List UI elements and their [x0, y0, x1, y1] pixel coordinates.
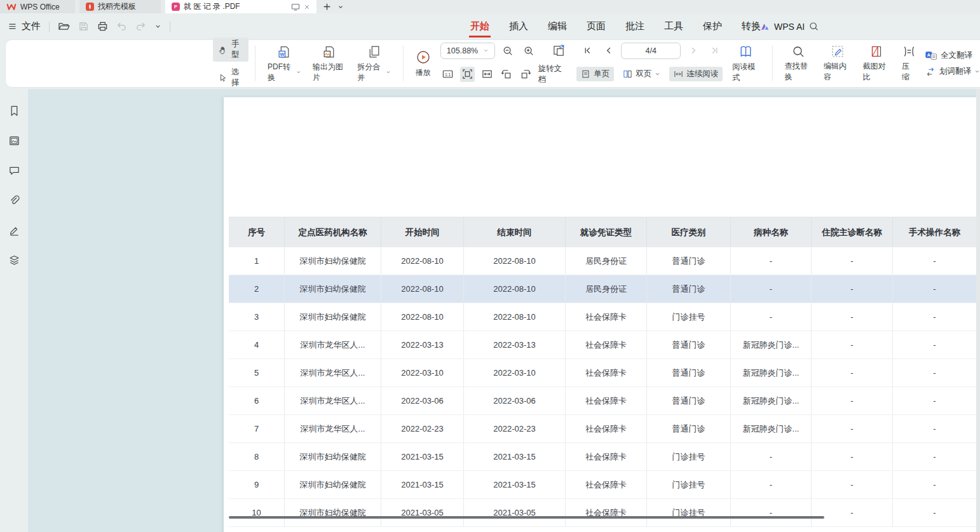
column-header: 开始时间: [381, 217, 464, 247]
wps-ai-logo-icon: [760, 22, 770, 32]
table-cell: 8: [229, 443, 285, 470]
continuous-read-button[interactable]: 连续阅读: [669, 67, 723, 81]
menu-tools[interactable]: 工具: [663, 18, 684, 35]
table-cell: 社会保障卡: [566, 303, 647, 331]
read-mode-button[interactable]: 阅读模式: [726, 44, 765, 83]
document-view[interactable]: 序号定点医药机构名称开始时间结束时间就诊凭证类型医疗类别病种名称住院主诊断名称手…: [28, 89, 980, 532]
bookmark-icon[interactable]: [6, 102, 22, 119]
tab-label: 就 医 记 录 .PDF: [184, 1, 240, 12]
pdf-convert-button[interactable]: W PDF转换: [262, 44, 307, 83]
fit-width-button[interactable]: [479, 67, 494, 82]
page-indicator-input[interactable]: 4/4: [621, 43, 681, 59]
table-cell: 社会保障卡: [566, 499, 647, 526]
zoom-out-button[interactable]: [500, 43, 516, 58]
tab-wps-office[interactable]: WPS Office: [0, 0, 75, 13]
menu-page[interactable]: 页面: [585, 18, 607, 35]
last-page-button[interactable]: [706, 43, 723, 58]
edit-content-button[interactable]: 编辑内容: [818, 44, 857, 83]
screenshot-compare-button[interactable]: 截图对比: [857, 44, 896, 83]
table-cell: -: [893, 443, 977, 470]
zoom-in-button[interactable]: [521, 43, 537, 58]
pdf-file-icon: P: [172, 3, 180, 11]
file-menu-button[interactable]: 文件: [8, 20, 41, 32]
table-cell: 新冠肺炎门诊...: [731, 415, 812, 442]
chevron-down-icon: [483, 48, 489, 53]
table-cell: 深圳市妇幼保健院: [285, 443, 381, 470]
thumbnail-icon[interactable]: [6, 132, 22, 149]
table-cell: 社会保障卡: [566, 415, 647, 442]
zoom-level-select[interactable]: 105.88%: [440, 43, 495, 59]
export-image-button[interactable]: 输出为图片: [307, 44, 352, 83]
vertical-scrollbar[interactable]: [976, 89, 980, 532]
previous-page-button[interactable]: [600, 43, 616, 58]
table-cell: 深圳市妇幼保健院: [285, 499, 381, 526]
rotate-right-button[interactable]: [519, 67, 534, 82]
fit-window-button[interactable]: [550, 43, 567, 58]
play-button[interactable]: 播放: [410, 50, 437, 78]
table-cell: 社会保障卡: [566, 359, 647, 386]
signature-icon[interactable]: [6, 222, 22, 238]
table-cell: -: [812, 499, 893, 526]
first-page-button[interactable]: [579, 43, 595, 58]
table-cell: 门诊挂号: [647, 471, 731, 498]
menu-edit[interactable]: 编辑: [547, 18, 568, 35]
table-cell: -: [893, 359, 977, 386]
word-translate-button[interactable]: 划词翻译: [925, 66, 980, 78]
table-cell: -: [812, 471, 893, 498]
table-cell: -: [731, 247, 812, 275]
table-cell: 社会保障卡: [566, 443, 647, 470]
table-cell: 普通门诊: [647, 387, 731, 414]
table-cell: -: [893, 499, 977, 526]
table-cell: 普通门诊: [647, 415, 731, 442]
table-row: 3深圳市妇幼保健院2022-08-102022-08-10社会保障卡门诊挂号--…: [229, 303, 977, 331]
table-bottom-scrollbar[interactable]: [229, 516, 824, 519]
word-translate-icon: [925, 66, 936, 78]
table-cell: 4: [229, 331, 285, 358]
save-button[interactable]: [78, 21, 89, 32]
full-translate-button[interactable]: A 全文翻译: [925, 50, 980, 61]
actual-size-button[interactable]: 1:1: [440, 67, 456, 82]
hand-tool-button[interactable]: 手型: [213, 38, 248, 62]
single-page-icon: [581, 69, 590, 79]
next-page-button[interactable]: [685, 43, 702, 58]
select-tool-button[interactable]: 选择: [213, 65, 248, 90]
column-header: 医疗类别: [647, 217, 731, 247]
tab-docer-templates[interactable]: 找稻壳模板: [79, 0, 161, 13]
menu-protect[interactable]: 保护: [702, 18, 723, 35]
zoom-level-value: 105.88%: [447, 46, 478, 55]
compress-button[interactable]: 压缩: [896, 44, 922, 83]
find-replace-button[interactable]: 查找替换: [779, 44, 818, 83]
open-file-button[interactable]: [58, 21, 70, 32]
layers-icon[interactable]: [6, 252, 22, 268]
rotate-left-button[interactable]: [499, 67, 514, 82]
monitor-icon[interactable]: [291, 3, 300, 11]
table-cell: -: [893, 303, 977, 331]
fit-page-button[interactable]: [460, 67, 475, 82]
pdf-page: 序号定点医药机构名称开始时间结束时间就诊凭证类型医疗类别病种名称住院主诊断名称手…: [224, 97, 977, 532]
wps-ai-button[interactable]: WPS AI: [760, 22, 805, 32]
tab-document-pdf[interactable]: P 就 医 记 录 .PDF: [165, 0, 316, 13]
quick-access-chevron-icon[interactable]: [154, 23, 161, 30]
comment-icon[interactable]: [6, 162, 22, 179]
menu-convert[interactable]: 转换: [740, 18, 762, 35]
single-page-button[interactable]: 单页: [576, 67, 614, 81]
undo-button[interactable]: [116, 21, 127, 32]
close-tab-icon[interactable]: [304, 4, 310, 10]
table-cell: 社会保障卡: [566, 331, 647, 358]
table-row: 1深圳市妇幼保健院2022-08-102022-08-10居民身份证普通门诊--…: [229, 247, 977, 275]
search-icon[interactable]: [808, 21, 819, 32]
table-cell: 普通门诊: [647, 247, 731, 275]
print-button[interactable]: [97, 21, 108, 32]
column-header: 住院主诊断名称: [812, 217, 893, 247]
split-merge-button[interactable]: 拆分合并: [351, 44, 397, 83]
table-cell: 深圳市妇幼保健院: [285, 471, 381, 498]
new-tab-button[interactable]: [323, 3, 331, 11]
tab-list-chevron-icon[interactable]: [337, 4, 344, 10]
menu-comment[interactable]: 批注: [624, 18, 646, 35]
menu-insert[interactable]: 插入: [508, 18, 529, 35]
attachment-icon[interactable]: [6, 192, 22, 208]
double-page-button[interactable]: 双页: [618, 67, 665, 81]
column-header: 结束时间: [464, 217, 566, 247]
menu-home[interactable]: 开始: [469, 18, 491, 35]
redo-button[interactable]: [135, 21, 146, 32]
